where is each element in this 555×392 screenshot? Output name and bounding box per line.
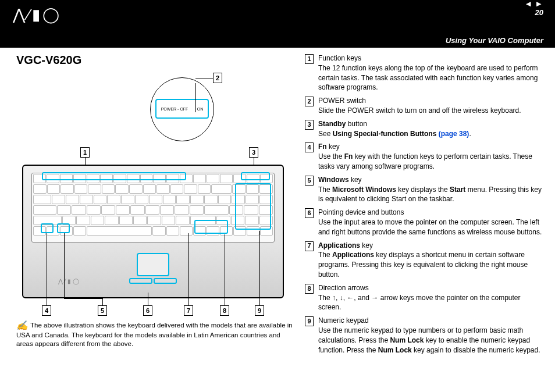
page-title: VGC-V620G <box>16 54 296 67</box>
legend-item: 8Direction arrowsThe ↑, ↓, ←, and → arro… <box>305 283 545 312</box>
legend-label: Standby button <box>318 119 545 129</box>
legend-number: 4 <box>305 142 314 152</box>
legend-label: Direction arrows <box>318 283 545 293</box>
keyboard-illustration: POWER - OFF ON 2 1 3 <box>16 72 296 316</box>
legend-item: 2POWER switchSlide the POWER switch to t… <box>305 96 545 116</box>
leader-2h <box>195 79 213 79</box>
highlight-function-keys <box>42 172 186 180</box>
legend-description: See Using Special-function Buttons (page… <box>318 129 545 139</box>
legend-label: Windows key <box>318 175 545 185</box>
note-icon: ✍ <box>16 319 28 332</box>
legend-text: Pointing device and buttonsUse the input… <box>318 208 545 237</box>
leader-2 <box>195 83 196 112</box>
leader-9 <box>259 231 260 305</box>
vaio-logo: ⋀∕▮◯ <box>13 6 62 24</box>
legend-number: 8 <box>305 284 314 294</box>
legend-label: Pointing device and buttons <box>318 208 545 218</box>
legend-number: 5 <box>305 176 314 186</box>
nav-prev-icon[interactable]: ◀ <box>526 0 531 8</box>
legend-text: Direction arrowsThe ↑, ↓, ←, and → arrow… <box>318 283 545 312</box>
callout-2: 2 <box>213 73 222 83</box>
callout-9: 9 <box>255 305 264 316</box>
legend-item: 4Fn keyUse the Fn key with the function … <box>305 142 545 171</box>
legend-label: Numeric keypad <box>318 316 545 326</box>
legend-description: The ↑, ↓, ←, and → arrow keys move the p… <box>318 293 545 313</box>
legend-number: 6 <box>305 208 314 218</box>
power-label: POWER - OFF <box>161 107 188 111</box>
legend-number: 3 <box>305 120 314 130</box>
leader-7 <box>188 233 189 305</box>
page-number: 20 <box>535 8 543 17</box>
legend-item: 3Standby buttonSee Using Special-functio… <box>305 119 545 139</box>
leader-6 <box>148 293 148 305</box>
note-text: The above illustration shows the keyboar… <box>16 322 293 347</box>
legend-description: Use the Fn key with the function keys to… <box>318 152 545 172</box>
callout-8: 8 <box>220 305 229 316</box>
legend-description: The Applications key displays a shortcut… <box>318 250 545 279</box>
legend-item: 7Applications keyThe Applications key di… <box>305 241 545 280</box>
power-switch-detail: POWER - OFF ON <box>155 99 209 119</box>
highlight-fn <box>41 223 54 233</box>
callout-1: 1 <box>80 147 90 158</box>
legend-label: Fn key <box>318 142 545 152</box>
legend-label: Function keys <box>318 54 545 63</box>
legend-text: Windows keyThe Microsoft Windows key dis… <box>318 175 545 204</box>
callout-3: 3 <box>249 147 258 158</box>
legend-item: 6Pointing device and buttonsUse the inpu… <box>305 208 545 237</box>
legend-text: Standby buttonSee Using Special-function… <box>318 119 545 139</box>
vaio-mini-logo: ⋀∕▮◯ <box>58 278 81 284</box>
callout-6: 6 <box>143 305 152 316</box>
legend-column: 1Function keysThe 12 function keys along… <box>305 54 545 358</box>
power-switch-inset: POWER - OFF ON <box>150 77 214 141</box>
header-bar: ⋀∕▮◯ ◀ ▶ 20 <box>0 0 555 34</box>
leader-5v <box>64 233 65 298</box>
legend-number: 1 <box>305 54 314 64</box>
legend-item: 5Windows keyThe Microsoft Windows key di… <box>305 175 545 204</box>
highlight-numpad <box>235 183 271 230</box>
legend-label: POWER switch <box>318 96 545 106</box>
callout-7: 7 <box>184 305 193 316</box>
legend-text: Fn keyUse the Fn key with the function k… <box>318 142 545 171</box>
touchpad-area <box>112 253 194 289</box>
content: VGC-V620G POWER - OFF ON 2 1 3 <box>0 48 555 364</box>
legend-item: 1Function keysThe 12 function keys along… <box>305 54 545 92</box>
highlight-arrows <box>194 220 228 234</box>
touchpad-buttons <box>112 278 194 284</box>
leader-8 <box>225 234 225 305</box>
legend-description: Use the input area to move the pointer o… <box>318 218 545 237</box>
touchpad <box>137 253 169 276</box>
leader-5h <box>64 298 102 299</box>
legend-description: The Microsoft Windows key displays the S… <box>318 185 545 205</box>
illustration-note: ✍The above illustration shows the keyboa… <box>16 318 296 349</box>
leader-4 <box>47 233 47 305</box>
legend-item: 9Numeric keypadUse the numeric keypad to… <box>305 316 545 355</box>
legend-text: Numeric keypadUse the numeric keypad to … <box>318 316 545 355</box>
legend-description: Use the numeric keypad to type numbers o… <box>318 326 545 355</box>
nav-arrows: ◀ ▶ <box>526 0 541 8</box>
legend-description: The 12 function keys along the top of th… <box>318 63 545 92</box>
nav-next-icon[interactable]: ▶ <box>536 0 541 8</box>
power-on-label: ON <box>197 107 204 111</box>
section-title: Using Your VAIO Computer <box>446 36 543 45</box>
legend-description: Slide the POWER switch to turn on and of… <box>318 106 545 116</box>
legend-number: 7 <box>305 241 314 251</box>
highlight-standby <box>241 172 270 180</box>
callout-4: 4 <box>42 305 51 316</box>
left-column: VGC-V620G POWER - OFF ON 2 1 3 <box>16 54 296 358</box>
legend-text: POWER switchSlide the POWER switch to tu… <box>318 96 545 116</box>
legend-text: Applications keyThe Applications key dis… <box>318 241 545 280</box>
legend-number: 2 <box>305 97 314 106</box>
callout-5: 5 <box>98 305 107 316</box>
highlight-windows <box>57 223 70 233</box>
legend-text: Function keysThe 12 function keys along … <box>318 54 545 92</box>
legend-number: 9 <box>305 316 314 326</box>
legend-label: Applications key <box>318 241 545 251</box>
section-strip: Using Your VAIO Computer <box>0 34 555 48</box>
leader-5v2 <box>102 298 103 305</box>
